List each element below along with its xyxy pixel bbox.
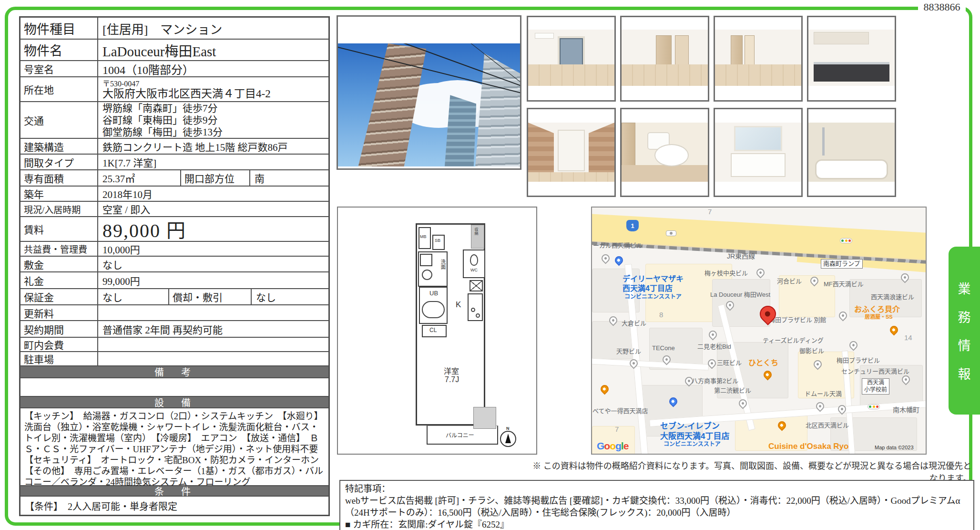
notes-key-line: ■ カギ所在：玄関扉:ダイヤル錠『6252』 (345, 519, 969, 530)
map-label: 梅田プラザビル 別館 (769, 316, 827, 324)
access-line: 谷町線「東梅田」徒歩9分 (102, 114, 223, 126)
map-pin-gray (847, 339, 859, 351)
row-value: 2018年10月 (98, 187, 328, 201)
table-row: 築年 2018年10月 (20, 187, 328, 202)
map-label: センチュリー西天満ビル (841, 368, 909, 375)
notes-body: webサービス広告掲載 [許可]・チラシ、雑誌等掲載広告 [要確認]・カギ鍵交換… (345, 495, 969, 519)
map-label: 天野ビル (616, 348, 641, 355)
map-label: コンビニエンスストア (664, 441, 721, 448)
location-map: 1 Google 7ーガル西天満ビルJR東西線南森町ランプ梅ヶ枝中央ビル河合ビル… (591, 207, 927, 455)
row-value (98, 305, 328, 320)
map-label: 三旺ビル (717, 359, 742, 367)
joken-row: 【条件】 2人入居可能・単身者限定 (20, 497, 328, 515)
row-label: 保証金 (20, 289, 98, 304)
building-photo-image (338, 43, 520, 166)
row-label: 償却・敷引 (168, 289, 252, 304)
map-label: ひとくち (748, 358, 778, 368)
row-value: 10,000円 (98, 242, 328, 256)
map-label: 北区西天満ビル (806, 422, 849, 429)
route-shield-icon: 1 (626, 220, 639, 231)
row-label: 築年 (20, 187, 98, 201)
tab-gyomu-joho[interactable]: 業 務 情 報 (949, 247, 980, 415)
fp-north-label: N (506, 426, 510, 431)
map-label: 大倉ビル (622, 320, 646, 327)
room-photo-window (527, 16, 616, 102)
table-row: 礼金 99,000円 (20, 272, 328, 289)
map-label: おふくろ貝介 (854, 305, 900, 314)
fp-ub-label: UB (429, 290, 438, 297)
map-label: 八方商事第2ビル (692, 377, 738, 385)
biko-empty-row (20, 378, 328, 397)
floor-plan: 収納 MB SB 洗面 WC UB K CL 洋室 7.7J バルコニ (337, 207, 537, 455)
kitchen-photo (807, 16, 896, 102)
table-row: 賃料 89,000 円 (20, 217, 328, 242)
row-label: 町内会費 (20, 338, 98, 351)
postal-code: 〒530-0047 (102, 80, 271, 88)
row-label: 賃料 (20, 217, 98, 241)
map-label: La Douceur 梅田West (710, 291, 770, 299)
row-label: 現況/入居時期 (20, 202, 98, 216)
row-value: 普通借家 2年間 再契約可能 (98, 321, 328, 337)
map-label: 南木幡町 (893, 406, 919, 415)
rent-value: 89,000 円 (98, 217, 328, 241)
map-label: 14 (904, 333, 912, 343)
special-notes-box: 特記事項： webサービス広告掲載 [許可]・チラシ、雑誌等掲載広告 [要確認]… (339, 480, 974, 530)
map-label: Map data ©2023 (875, 445, 914, 451)
row-label: 敷金 (20, 257, 98, 271)
map-label: MF西天満ビル (824, 281, 864, 288)
fp-kitchen-label: K (456, 300, 461, 310)
fp-wash-label: 洗面 (439, 259, 447, 270)
map-pin-gray (837, 310, 848, 321)
row-label: 礼金 (20, 272, 98, 288)
table-row: 物件名 LaDouceur梅田East (20, 40, 328, 61)
table-row: 敷金 なし (20, 257, 328, 272)
table-row: 駐車場 (20, 352, 328, 366)
map-label: 南森町ランプ (821, 259, 863, 269)
map-pin-gray (707, 329, 718, 340)
property-table: 物件種目 [住居用] マンション 物件名 LaDouceur梅田East 号室名… (19, 16, 330, 516)
fp-storage-label: 収納 (473, 228, 479, 235)
equipment-text: 【キッチン】 給湯器・ガスコンロ（2口）・システムキッチン 【水廻り】 洗面台（… (20, 408, 328, 485)
row-label: 共益費・管理費 (20, 242, 98, 256)
map-label: 西天満浪速ビル (871, 293, 914, 301)
table-row: 更新料 (20, 305, 328, 321)
map-label: 二見老松Bld (697, 343, 731, 351)
property-name: LaDouceur梅田East (98, 40, 328, 60)
section-header-biko: 備 考 (20, 366, 328, 378)
map-label: 西天満 小学校前 (862, 378, 889, 395)
map-label: コンビニエンスストア (624, 293, 682, 301)
access-line: 堺筋線「南森町」徒歩7分 (102, 103, 223, 114)
row-value: 南 (250, 170, 328, 186)
row-value: 99,000円 (98, 272, 328, 288)
map-label: Cuisine d'Osaka Ryo (768, 441, 848, 451)
row-value: 1004（10階部分） (98, 61, 328, 76)
table-row: 専有面積 25.37㎡ 開口部方位 南 (20, 170, 328, 187)
toilet-photo (620, 108, 709, 197)
row-value: なし (252, 289, 328, 304)
traffic-light-icon (868, 404, 880, 409)
map-label: 梅田プラザビル (837, 357, 880, 364)
section-header-joken: 条 件 (20, 486, 328, 497)
table-row: 間取タイプ 1K[7.7 洋室] (20, 155, 328, 170)
row-value: なし (98, 257, 328, 271)
fp-balcony-label: バルコニー (446, 431, 474, 439)
map-label: 8 (659, 311, 663, 320)
map-label: ーガル西天満ビル (593, 242, 643, 249)
map-pin-blue (613, 254, 624, 266)
row-label: 更新料 (20, 305, 98, 320)
table-row: 交通 堺筋線「南森町」徒歩7分 谷町線「東梅田」徒歩9分 御堂筋線「梅田」徒歩1… (20, 102, 328, 139)
notes-title: 特記事項： (345, 483, 969, 495)
address: 大阪府大阪市北区西天満４丁目4-2 (102, 88, 271, 100)
table-row: 契約期間 普通借家 2年間 再契約可能 (20, 321, 328, 338)
map-label: デイリーヤマザキ 西天満4丁目店 (623, 274, 684, 293)
row-label: 物件名 (20, 40, 98, 60)
station-marker-icon (666, 230, 676, 236)
row-value (20, 378, 328, 396)
document-number: 8838866 (918, 1, 966, 14)
table-row: 保証金 なし 償却・敷引 なし (20, 289, 328, 305)
building-exterior-photo (337, 15, 521, 170)
fp-room-size: 7.7J (445, 375, 459, 384)
map-label: TECone (652, 344, 675, 352)
row-label: 開口部方位 (180, 170, 250, 186)
map-label: 7 (615, 425, 619, 434)
